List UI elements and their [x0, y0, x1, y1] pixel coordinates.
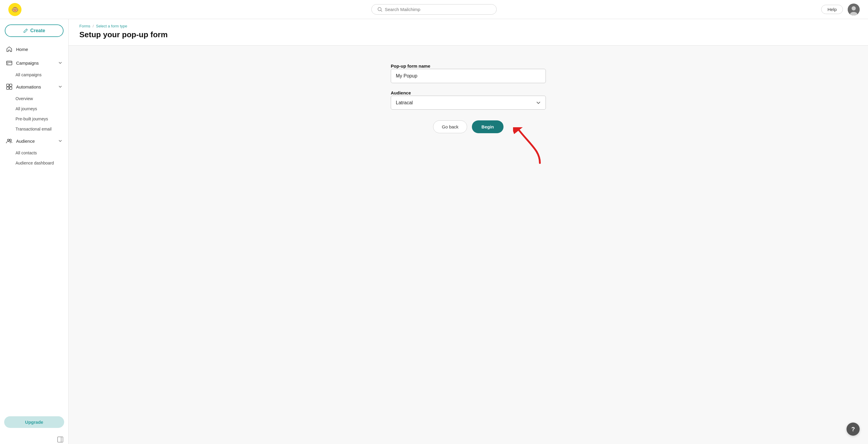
- page-title: Setup your pop-up form: [79, 30, 857, 39]
- sidebar-sub-all-campaigns[interactable]: All campaigns: [0, 70, 68, 80]
- svg-line-3: [381, 10, 382, 11]
- form-name-input[interactable]: [391, 69, 546, 83]
- help-float-button[interactable]: ?: [846, 422, 860, 436]
- audience-icon: [6, 138, 12, 144]
- sidebar-item-automations-label: Automations: [16, 84, 41, 90]
- svg-rect-12: [9, 87, 12, 90]
- sidebar-sub-transactional-email[interactable]: Transactional email: [0, 124, 68, 134]
- topnav: 🐵 Help: [0, 0, 868, 19]
- sidebar-item-audience-label: Audience: [16, 139, 35, 144]
- begin-button[interactable]: Begin: [472, 121, 503, 133]
- svg-rect-9: [6, 84, 9, 87]
- svg-rect-10: [9, 84, 12, 87]
- audience-select[interactable]: Latracal: [391, 96, 546, 110]
- sidebar-sub-audience-dashboard[interactable]: Audience dashboard: [0, 158, 68, 168]
- breadcrumb-select-form-link[interactable]: Select a form type: [96, 24, 127, 28]
- sidebar-item-campaigns[interactable]: Campaigns: [0, 56, 68, 70]
- search-bar[interactable]: [371, 4, 497, 14]
- collapse-icon: [57, 436, 64, 443]
- red-arrow-icon: [513, 127, 549, 166]
- collapse-sidebar[interactable]: [0, 434, 68, 444]
- pencil-icon: [23, 28, 28, 33]
- audience-label: Audience: [391, 90, 411, 95]
- svg-point-14: [9, 139, 11, 141]
- avatar[interactable]: [848, 4, 860, 15]
- svg-rect-15: [58, 437, 63, 442]
- topnav-right: Help: [821, 4, 860, 15]
- go-back-button[interactable]: Go back: [433, 121, 467, 133]
- automations-chevron-icon: [58, 84, 62, 89]
- sidebar-item-home[interactable]: Home: [0, 42, 68, 56]
- form-name-label: Pop-up form name: [391, 64, 430, 69]
- campaigns-icon: [6, 60, 12, 66]
- svg-rect-11: [6, 87, 9, 90]
- home-icon: [6, 46, 12, 53]
- layout: Create Home Campaigns: [0, 19, 868, 444]
- create-label: Create: [30, 28, 45, 33]
- form-area: Pop-up form name Audience Latracal Go ba…: [69, 45, 868, 148]
- svg-rect-7: [6, 61, 12, 65]
- audience-chevron-icon: [58, 139, 62, 143]
- svg-point-13: [7, 139, 9, 141]
- mailchimp-logo[interactable]: 🐵: [8, 3, 22, 16]
- form-card: Pop-up form name Audience Latracal Go ba…: [391, 64, 546, 133]
- sidebar-nav: Home Campaigns All campaigns: [0, 42, 68, 412]
- breadcrumb-separator: /: [92, 24, 94, 28]
- campaigns-chevron-icon: [58, 61, 62, 65]
- sidebar-sub-all-contacts[interactable]: All contacts: [0, 148, 68, 158]
- sidebar-bottom: Upgrade: [0, 412, 68, 434]
- content-header: Forms / Select a form type Setup your po…: [69, 19, 868, 45]
- create-button[interactable]: Create: [5, 25, 64, 37]
- main-content: Forms / Select a form type Setup your po…: [69, 19, 868, 444]
- audience-select-wrap: Latracal: [391, 96, 546, 110]
- svg-point-5: [851, 6, 856, 10]
- upgrade-button[interactable]: Upgrade: [4, 416, 64, 428]
- sidebar-item-automations[interactable]: Automations: [0, 80, 68, 94]
- topnav-left: 🐵: [8, 3, 22, 16]
- breadcrumb-forms-link[interactable]: Forms: [79, 24, 90, 28]
- automations-icon: [6, 83, 12, 90]
- help-button[interactable]: Help: [821, 5, 843, 14]
- sidebar-sub-prebuilt-journeys[interactable]: Pre-built journeys: [0, 114, 68, 124]
- sidebar-sub-all-journeys[interactable]: All journeys: [0, 104, 68, 114]
- svg-point-8: [7, 64, 8, 64]
- sidebar: Create Home Campaigns: [0, 19, 69, 444]
- sidebar-item-audience[interactable]: Audience: [0, 134, 68, 148]
- svg-text:🐵: 🐵: [11, 6, 19, 13]
- sidebar-item-campaigns-label: Campaigns: [16, 61, 39, 66]
- search-input[interactable]: [385, 7, 490, 12]
- breadcrumb: Forms / Select a form type: [79, 24, 857, 28]
- sidebar-sub-overview[interactable]: Overview: [0, 94, 68, 104]
- sidebar-item-home-label: Home: [16, 47, 28, 52]
- search-icon: [378, 7, 382, 12]
